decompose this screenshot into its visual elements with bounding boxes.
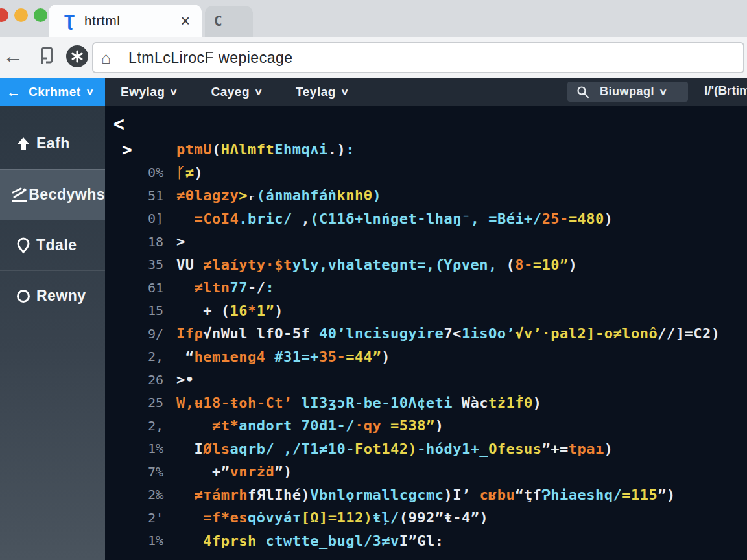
line-number: 2'	[105, 510, 163, 526]
code-segment: 35-	[319, 349, 346, 365]
toolbar-active-label: Ckrhmet	[29, 85, 81, 99]
code-segment: (992”ŧ-4”)	[399, 509, 488, 526]
line-number: 2,	[105, 349, 163, 364]
sidebar-item-rewny[interactable]: Rewny	[0, 271, 105, 321]
code-text: ptmU(HΛlmftEhmqʌi.):	[176, 141, 355, 158]
code-text: =CoI4.bric/ ,(C11δ+lnńget-lhaŋ⁻, =Béi+/2…	[176, 211, 613, 227]
chevron-down-icon: ∨	[169, 87, 178, 97]
code-segment: knhθ	[337, 187, 372, 204]
code-segment: andort 70ḋ1-/	[239, 417, 355, 434]
activity-icon	[10, 187, 29, 204]
code-line: 25W,ʉ18-ŧoh-Ct’ lI3ʒɔR-be-10Λ¢eti Wàctż1…	[105, 391, 747, 415]
menu-item-0[interactable]: Ewylag∨	[121, 85, 178, 99]
code-text: +”vnrżḋ”)	[176, 463, 292, 480]
code-segment: aqrb/ ,/T1≠10-	[230, 441, 355, 457]
sidebar: EafhBecdywhsTdaleRewny	[0, 106, 105, 560]
sidebar-item-tdale[interactable]: Tdale	[0, 220, 105, 271]
traffic-light-0[interactable]	[0, 8, 8, 22]
code-segment: (ánmahfáṅ	[257, 187, 337, 204]
code-segment: fЯlIhé)	[248, 487, 310, 503]
code-segment: ≠тámrh	[195, 487, 248, 503]
extension-asterisk-icon[interactable]	[66, 45, 88, 67]
line-number: 61	[105, 280, 163, 296]
toolbar-menus: Ewylag∨Cayeg∨Teylag∨	[121, 78, 348, 106]
code-segment: (Ύρven,	[435, 257, 497, 273]
code-segment: HΛlmft	[221, 141, 274, 158]
url-field[interactable]: ⌂ LtmLcLirocF wepiecage	[92, 42, 744, 73]
bookmark-frame-icon[interactable]	[36, 45, 57, 70]
code-segment: 1”	[257, 303, 275, 319]
code-segment: Ehmqʌi	[274, 141, 327, 158]
background-tab[interactable]: C	[205, 6, 253, 37]
menu-item-2[interactable]: Teylag∨	[296, 85, 348, 99]
toolbar-active-item[interactable]: ← Ckrhmet ∨	[0, 78, 105, 106]
code-segment: (C11δ+lnńget-lhaŋ⁻,	[310, 211, 479, 227]
code-segment: >•	[176, 371, 195, 388]
code-line: 2‰ ≠тámrhfЯlIhé)Vbnlọrmallcgcmc)I’ cʁbu“…	[105, 484, 747, 507]
code-line: 2, “hemıeng4 #31=+35-=44”)	[105, 345, 747, 369]
line-number: 15	[105, 303, 163, 318]
tab-title: htrtml	[84, 13, 121, 29]
code-segment	[176, 279, 195, 296]
code-segment: =538”	[390, 417, 435, 434]
code-text: ≠ltn77-/:	[176, 279, 274, 296]
app-toolbar: ← Ckrhmet ∨ Ewylag∨Cayeg∨Teylag∨ Biuwpag…	[0, 78, 747, 106]
arrow-up-icon	[10, 135, 36, 152]
code-line: 2, ≠t*andort 70ḋ1-/·qy =538”)	[105, 414, 747, 438]
code-segment: >	[239, 187, 248, 204]
url-divider	[119, 48, 119, 67]
tab-close-icon[interactable]: ×	[180, 12, 190, 30]
code-segment: I”Gl:	[399, 533, 444, 549]
traffic-light-1[interactable]	[14, 8, 28, 22]
code-segment: .)	[328, 141, 346, 158]
code-text: =f*esqȯvyáт[Ω]=112)ŧļ/(992”ŧ-4”)	[176, 509, 488, 526]
code-segment: =Béi+/	[488, 211, 541, 227]
code-text: Ifρ√nWul lfO-5f 40’lncisugyire7<1isOo’√v…	[176, 325, 720, 342]
back-icon[interactable]: ←	[3, 44, 23, 68]
code-segment: “ţſ	[515, 487, 541, 503]
code-segment: )	[604, 441, 613, 457]
code-segment: Ofesus	[488, 441, 541, 457]
toolbar-right-button[interactable]: I/'(Brtim	[704, 84, 747, 98]
traffic-light-2[interactable]	[34, 8, 47, 22]
prompt-icon: >	[105, 140, 163, 159]
search-box[interactable]: Biuwpagl ∨	[567, 82, 688, 102]
line-number: 51	[105, 188, 163, 204]
code-segment: .bric/	[239, 211, 292, 227]
code-segment: ≠ltn	[195, 279, 230, 296]
code-segment: yly,vhalategnt=,	[292, 257, 435, 273]
line-number: 0]	[105, 211, 163, 226]
code-segment: =44”	[346, 349, 381, 365]
code-segment: 7<	[444, 325, 462, 342]
code-editor: < >ptmU(HΛlmftEhmqʌi.):0%ᚴ≠)51≠θlagzy>ᵣ(…	[105, 106, 747, 560]
code-segment: Fot142)	[355, 441, 417, 457]
active-tab[interactable]: Ʈ htrtml ×	[49, 5, 202, 37]
code-segment: lI3ʒɔR-be-10Λ¢eti	[292, 395, 453, 411]
code-segment: (	[497, 257, 516, 273]
line-number: 26	[105, 372, 163, 388]
sidebar-item-becdywhs[interactable]: Becdywhs	[0, 169, 105, 220]
menu-item-label: Teylag	[296, 85, 336, 99]
code-segment: + (	[176, 303, 230, 319]
code-text: IØlsaqrb/ ,/T1≠10-Fot142)-hódy1+_Ofesus”…	[176, 441, 613, 457]
code-segment: Ɂhiaeshq/	[542, 487, 622, 503]
code-line: >ptmU(HΛlmftEhmqʌi.):	[105, 138, 747, 161]
line-number: 35	[105, 257, 163, 272]
menu-item-label: Cayeg	[211, 85, 250, 99]
sidebar-item-eafh[interactable]: Eafh	[0, 119, 105, 169]
code-segment: Øls	[203, 441, 230, 457]
code-segment: ”)	[658, 487, 676, 503]
code-segment: )I’	[444, 487, 479, 503]
menu-item-1[interactable]: Cayeg∨	[211, 85, 263, 99]
code-segment: -/	[248, 279, 266, 296]
code-line: 0%ᚴ≠)	[105, 161, 747, 185]
sidebar-item-label: Becdywhs	[29, 186, 105, 204]
code-text: + (16*1”)	[176, 303, 283, 319]
code-segment: )	[569, 257, 578, 273]
code-segment	[176, 417, 212, 434]
circle-icon	[10, 288, 36, 304]
home-icon: ⌂	[101, 49, 111, 67]
code-segment: ≠laíyty·$t	[203, 257, 292, 273]
collapse-panel-icon[interactable]: <	[113, 112, 124, 137]
code-segment: )	[372, 187, 381, 204]
